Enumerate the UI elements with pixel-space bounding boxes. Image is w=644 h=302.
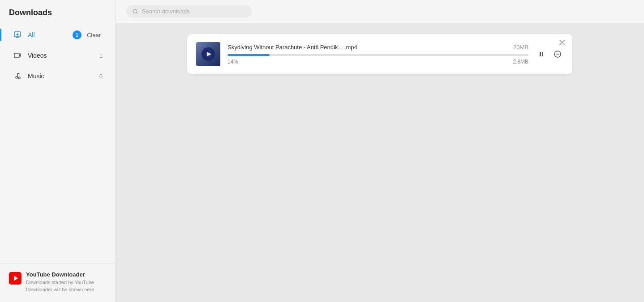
svg-rect-10 bbox=[540, 52, 541, 56]
svg-point-2 bbox=[16, 77, 17, 78]
sidebar-item-all[interactable]: All 1 Clear bbox=[4, 26, 112, 44]
sidebar-nav: All 1 Clear Videos 1 bbox=[0, 25, 115, 86]
sidebar-title: Downloads bbox=[0, 0, 115, 25]
video-icon bbox=[13, 51, 22, 60]
download-header: Skydiving Without Parachute - Antti Pend… bbox=[228, 44, 528, 51]
progress-bar-fill bbox=[228, 54, 270, 56]
main-content: Skydiving Without Parachute - Antti Pend… bbox=[116, 0, 644, 302]
sidebar-footer: YouTube Downloader Downloads started by … bbox=[0, 264, 115, 302]
sidebar-item-music-label: Music bbox=[28, 72, 97, 80]
content-area: Skydiving Without Parachute - Antti Pend… bbox=[116, 23, 644, 302]
yt-downloader-promo: YouTube Downloader Downloads started by … bbox=[9, 271, 106, 293]
videos-count: 1 bbox=[99, 52, 103, 59]
svg-point-3 bbox=[18, 77, 20, 79]
download-footer: 14% 2.8MB bbox=[228, 59, 528, 65]
sidebar-item-all-label: All bbox=[28, 31, 73, 38]
yt-description: Downloads started by YouTube Downloader … bbox=[26, 279, 106, 293]
download-thumbnail bbox=[196, 42, 220, 66]
sidebar-item-videos-label: Videos bbox=[28, 52, 97, 59]
sidebar-item-videos[interactable]: Videos 1 bbox=[4, 46, 112, 65]
search-input[interactable] bbox=[142, 8, 245, 15]
sidebar: Downloads All 1 Clear Video bbox=[0, 0, 116, 302]
download-total-size: 20MB bbox=[513, 44, 528, 51]
download-actions bbox=[536, 48, 563, 60]
sidebar-item-music[interactable]: Music 0 bbox=[4, 67, 112, 85]
cancel-button[interactable] bbox=[552, 48, 563, 60]
search-icon bbox=[133, 9, 138, 15]
download-info: Skydiving Without Parachute - Antti Pend… bbox=[228, 44, 528, 65]
svg-rect-1 bbox=[14, 53, 19, 58]
youtube-icon bbox=[9, 272, 21, 285]
pause-button[interactable] bbox=[536, 48, 547, 60]
svg-rect-11 bbox=[542, 52, 543, 56]
yt-title: YouTube Downloader bbox=[26, 271, 106, 278]
download-item: Skydiving Without Parachute - Antti Pend… bbox=[187, 34, 572, 74]
download-filename: Skydiving Without Parachute - Antti Pend… bbox=[228, 44, 357, 51]
clear-button[interactable]: Clear bbox=[85, 31, 103, 39]
all-count-badge: 1 bbox=[73, 30, 82, 39]
music-count: 0 bbox=[99, 73, 103, 80]
download-size-done: 2.8MB bbox=[513, 59, 528, 65]
progress-bar-background bbox=[228, 54, 528, 56]
search-box[interactable] bbox=[126, 5, 252, 17]
topbar bbox=[116, 0, 644, 23]
close-button[interactable] bbox=[558, 38, 566, 48]
music-icon bbox=[13, 71, 22, 81]
download-percent: 14% bbox=[228, 59, 238, 65]
download-icon bbox=[13, 30, 22, 40]
